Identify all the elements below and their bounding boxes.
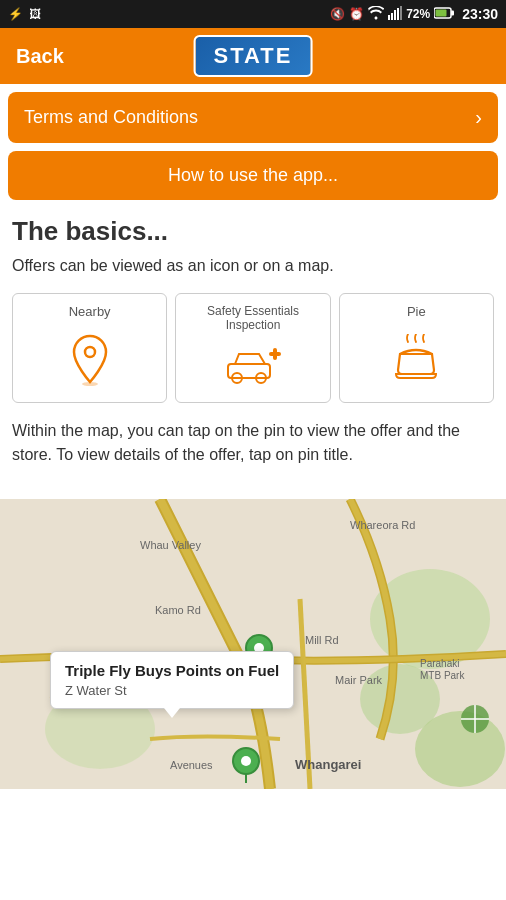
- status-right-icons: 🔇 ⏰ 72% 23:30: [330, 6, 498, 23]
- svg-point-19: [415, 711, 505, 787]
- basics-description: Offers can be viewed as an icon or on a …: [12, 255, 494, 277]
- time-display: 23:30: [462, 6, 498, 22]
- svg-rect-7: [436, 9, 447, 16]
- svg-rect-10: [228, 364, 270, 378]
- svg-text:Mair Park: Mair Park: [335, 674, 383, 686]
- svg-text:Parahaki: Parahaki: [420, 658, 459, 669]
- safety-label: Safety Essentials Inspection: [182, 304, 323, 332]
- svg-rect-6: [451, 10, 454, 15]
- safety-essentials-card[interactable]: Safety Essentials Inspection: [175, 293, 330, 403]
- svg-text:Kamo Rd: Kamo Rd: [155, 604, 201, 616]
- svg-rect-2: [394, 10, 396, 20]
- terms-button[interactable]: Terms and Conditions ›: [8, 92, 498, 143]
- svg-point-34: [241, 756, 251, 766]
- popup-subtitle: Z Water St: [65, 683, 279, 698]
- svg-text:Whareora Rd: Whareora Rd: [350, 519, 415, 531]
- usb-icon: ⚡: [8, 7, 23, 21]
- pie-card[interactable]: Pie: [339, 293, 494, 403]
- svg-rect-4: [400, 6, 402, 20]
- svg-text:Whau Valley: Whau Valley: [140, 539, 201, 551]
- pie-icon-container: [392, 327, 440, 392]
- svg-text:Whangarei: Whangarei: [295, 757, 361, 772]
- nearby-icon-container: [68, 327, 112, 392]
- map-description: Within the map, you can tap on the pin t…: [12, 419, 494, 467]
- car-inspection-icon: [223, 344, 283, 388]
- howto-button[interactable]: How to use the app...: [8, 151, 498, 200]
- howto-label: How to use the app...: [24, 165, 482, 186]
- svg-rect-1: [391, 13, 393, 20]
- map-pin-secondary[interactable]: [232, 747, 260, 787]
- wifi-icon: [368, 6, 384, 23]
- location-pin-icon: [68, 334, 112, 386]
- svg-text:Mill Rd: Mill Rd: [305, 634, 339, 646]
- signal-icon: [388, 6, 402, 23]
- svg-text:MTB Park: MTB Park: [420, 670, 465, 681]
- svg-text:Avenues: Avenues: [170, 759, 213, 771]
- photo-icon: 🖼: [29, 7, 41, 21]
- nearby-label: Nearby: [69, 304, 111, 319]
- battery-percent: 72%: [406, 7, 430, 21]
- icon-cards-row: Nearby Safety Essentials Inspection: [12, 293, 494, 403]
- pie-label: Pie: [407, 304, 426, 319]
- map-section[interactable]: Whau Valley Kamo Rd Kensington Mill Rd M…: [0, 499, 506, 789]
- terms-label: Terms and Conditions: [24, 107, 198, 128]
- svg-rect-14: [273, 348, 277, 360]
- mute-icon: 🔇: [330, 7, 345, 21]
- svg-rect-3: [397, 8, 399, 20]
- svg-rect-0: [388, 15, 390, 20]
- content-area: The basics... Offers can be viewed as an…: [0, 200, 506, 483]
- status-left-icons: ⚡ 🖼: [8, 7, 41, 21]
- map-popup[interactable]: Triple Fly Buys Points on Fuel Z Water S…: [50, 651, 294, 709]
- popup-title: Triple Fly Buys Points on Fuel: [65, 662, 279, 679]
- chevron-right-icon: ›: [475, 106, 482, 129]
- back-button[interactable]: Back: [16, 45, 64, 68]
- battery-icon: [434, 7, 454, 22]
- alarm-icon: ⏰: [349, 7, 364, 21]
- status-bar: ⚡ 🖼 🔇 ⏰ 72% 23:30: [0, 0, 506, 28]
- pie-icon: [392, 334, 440, 386]
- basics-title: The basics...: [12, 216, 494, 247]
- top-nav: Back STATE: [0, 28, 506, 84]
- state-logo: STATE: [194, 35, 313, 77]
- nearby-card[interactable]: Nearby: [12, 293, 167, 403]
- safety-icon-container: [223, 340, 283, 392]
- svg-point-9: [85, 347, 95, 357]
